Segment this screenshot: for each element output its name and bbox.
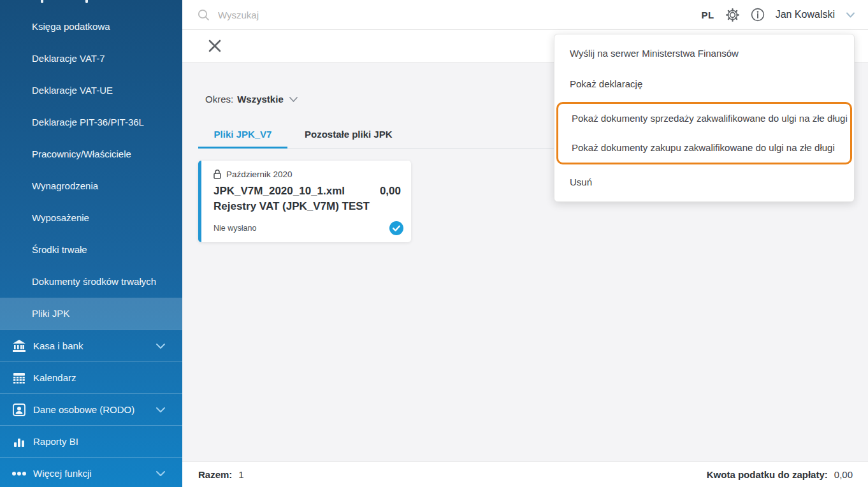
card-description: Rejestry VAT (JPK_V7M) TEST: [213, 200, 370, 213]
active-tab-underline: [198, 147, 287, 149]
topbar: PL: [182, 0, 868, 30]
app-window: Księga podatkowa Deklaracje VAT-7 Deklar…: [0, 0, 868, 487]
tax-summary: Kwota podatku do zapłaty: 0,00: [707, 469, 853, 480]
card-amount: 0,00: [380, 185, 401, 198]
user-menu[interactable]: Jan Kowalski: [776, 9, 835, 20]
card-period-row: Październik 2020: [213, 169, 293, 179]
sidebar-item-dane-osobowe[interactable]: Dane osobowe (RODO): [0, 393, 182, 425]
tab-pozostale-pliki-jpk[interactable]: Pozostałe pliki JPK: [305, 126, 393, 147]
sidebar-item-label: Dane osobowe (RODO): [33, 404, 156, 415]
sidebar-partial-item: [0, 0, 182, 4]
user-chevron-down-icon[interactable]: [846, 11, 855, 18]
tax-value: 0,00: [834, 469, 853, 480]
sidebar-item-deklaracje-pit36[interactable]: Deklaracje PIT-36/PIT-36L: [0, 106, 182, 138]
sidebar-item-wyposazenie[interactable]: Wyposażenie: [0, 202, 182, 234]
card-filename: JPK_V7M_2020_10_1.xml: [213, 185, 345, 198]
menu-item-dokumenty-sprzedazy[interactable]: Pokaż dokumenty sprzedaży zakwalifikowan…: [558, 104, 850, 133]
sidebar-item-dokumenty-srodkow[interactable]: Dokumenty środków trwałych: [0, 266, 182, 298]
menu-item-dokumenty-zakupu[interactable]: Pokaż dokumenty zakupu zakwalifikowane d…: [558, 133, 850, 163]
sidebar-item-srodki-trwale[interactable]: Środki trwałe: [0, 234, 182, 266]
sidebar-item-ksiega-podatkowa[interactable]: Księga podatkowa: [0, 11, 182, 43]
info-icon[interactable]: [751, 8, 765, 22]
lock-open-icon: [213, 169, 221, 179]
search-bar[interactable]: [182, 9, 701, 21]
jpk-file-card[interactable]: Październik 2020 JPK_V7M_2020_10_1.xml 0…: [198, 161, 411, 242]
bank-icon: [11, 339, 27, 353]
chevron-down-icon: [156, 342, 166, 350]
person-card-icon: [11, 403, 27, 417]
summary-footer: Razem: 1 Kwota podatku do zapłaty: 0,00: [182, 462, 868, 487]
tab-pliki-jpk-v7[interactable]: Pliki JPK_V7: [198, 126, 287, 147]
search-input[interactable]: [218, 10, 473, 20]
period-filter[interactable]: Okres: Wszystkie: [205, 94, 298, 105]
total-summary: Razem: 1: [198, 469, 244, 480]
context-menu: Wyślij na serwer Ministerstwa Finansów P…: [554, 34, 855, 202]
period-filter-value: Wszystkie: [237, 94, 284, 105]
total-label: Razem:: [198, 469, 232, 480]
sidebar-item-deklaracje-vatue[interactable]: Deklaracje VAT-UE: [0, 75, 182, 106]
sidebar-bottom-group: Kasa i bank Kalendarz: [0, 330, 182, 487]
bar-chart-icon: [11, 435, 27, 449]
sidebar-item-label: Kalendarz: [33, 372, 171, 383]
sidebar-item-wynagrodzenia[interactable]: Wynagrodzenia: [0, 170, 182, 202]
sidebar-item-wiecej-funkcji[interactable]: Więcej funkcji: [0, 457, 182, 487]
sidebar-item-raporty-bi[interactable]: Raporty BI: [0, 425, 182, 457]
card-period: Październik 2020: [226, 170, 293, 179]
sidebar-item-pracownicy[interactable]: Pracownicy/Właściciele: [0, 138, 182, 170]
sidebar-item-pliki-jpk[interactable]: Pliki JPK: [0, 298, 182, 330]
sidebar-item-label: Więcej funkcji: [33, 468, 156, 479]
sidebar-item-kalendarz[interactable]: Kalendarz: [0, 361, 182, 393]
card-status: Nie wysłano: [213, 224, 256, 233]
sidebar-item-kasa-i-bank[interactable]: Kasa i bank: [0, 330, 182, 361]
calendar-icon: [11, 371, 27, 385]
chevron-down-icon: [156, 406, 166, 414]
sidebar: Księga podatkowa Deklaracje VAT-7 Deklar…: [0, 0, 182, 487]
tax-label: Kwota podatku do zapłaty:: [707, 469, 828, 480]
selected-check-icon[interactable]: [389, 221, 403, 235]
search-icon: [198, 9, 210, 21]
menu-item-wyslij-na-serwer[interactable]: Wyślij na serwer Ministerstwa Finansów: [554, 38, 854, 69]
close-icon[interactable]: [208, 39, 222, 53]
menu-item-pokaz-deklaracje[interactable]: Pokaż deklarację: [554, 69, 854, 99]
sidebar-item-label: Kasa i bank: [33, 340, 156, 351]
sidebar-item-deklaracje-vat7[interactable]: Deklaracje VAT-7: [0, 43, 182, 75]
chevron-down-icon: [289, 96, 298, 103]
sidebar-top-group: Księga podatkowa Deklaracje VAT-7 Deklar…: [0, 11, 182, 330]
gear-icon[interactable]: [725, 8, 740, 22]
topbar-right-cluster: PL: [701, 8, 868, 22]
language-selector[interactable]: PL: [701, 10, 714, 20]
bad-debt-highlight-box: Pokaż dokumenty sprzedaży zakwalifikowan…: [556, 102, 852, 164]
chevron-down-icon: [156, 470, 166, 477]
sidebar-item-label: Raporty BI: [33, 436, 171, 447]
ellipsis-icon: [11, 467, 27, 481]
menu-item-usun[interactable]: Usuń: [554, 167, 854, 198]
period-filter-label: Okres:: [205, 94, 233, 105]
total-value: 1: [238, 469, 243, 480]
